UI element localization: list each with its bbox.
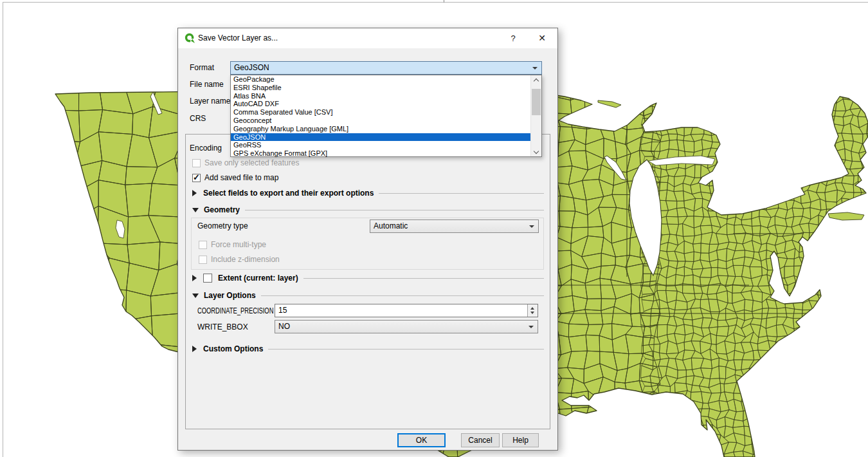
window-left-border — [3, 2, 3, 457]
help-button[interactable]: ? — [503, 28, 523, 48]
select-fields-section-header[interactable]: Select fields to export and their export… — [192, 187, 544, 200]
section-rule — [303, 278, 544, 279]
coordinate-precision-value: 15 — [278, 306, 287, 315]
dialog-titlebar[interactable]: Save Vector Layer as... ? ✕ — [178, 28, 557, 48]
section-rule — [245, 210, 544, 210]
include-z-dimension-label: Include z-dimension — [211, 253, 280, 266]
force-multi-type-checkbox[interactable] — [199, 241, 207, 249]
desktop: Save Vector Layer as... ? ✕ Format GeoJS… — [0, 0, 868, 457]
format-dropdown-popup: GeoPackageESRI ShapefileAtlas BNAAutoCAD… — [230, 75, 542, 157]
format-combobox[interactable]: GeoJSON — [230, 61, 542, 75]
extent-label: Extent (current: layer) — [218, 274, 298, 283]
collapsed-arrow-icon — [192, 190, 197, 196]
coordinate-precision-label: COORDINATE_PRECISION — [197, 304, 273, 317]
spin-down-icon — [530, 312, 534, 314]
geometry-type-label: Geometry type — [197, 219, 248, 232]
add-saved-file-label: Add saved file to map — [204, 171, 278, 184]
write-bbox-label: WRITE_BBOX — [197, 321, 248, 333]
expanded-arrow-icon — [192, 208, 199, 212]
dialog-title: Save Vector Layer as... — [198, 28, 278, 48]
write-bbox-combobox[interactable]: NO — [275, 320, 538, 333]
cancel-button[interactable]: Cancel — [461, 433, 500, 447]
collapsed-arrow-icon — [192, 275, 197, 281]
geometry-section-header[interactable]: Geometry — [192, 203, 544, 216]
coordinate-precision-spinbox[interactable]: 15 — [275, 304, 538, 317]
geometry-type-value: Automatic — [374, 221, 408, 230]
close-button[interactable]: ✕ — [532, 28, 552, 48]
chevron-down-icon — [532, 67, 538, 70]
scroll-up-icon[interactable]: ∧ — [531, 75, 541, 85]
include-z-dimension-checkbox[interactable] — [199, 256, 207, 264]
file-name-label: File name — [190, 78, 224, 91]
add-saved-file-checkbox[interactable]: ✓ — [192, 174, 201, 182]
scrollbar-thumb[interactable] — [532, 89, 541, 115]
format-option[interactable]: Geoconcept — [231, 117, 530, 125]
qgis-logo-icon — [185, 33, 195, 44]
chevron-down-icon — [529, 326, 534, 328]
collapsed-arrow-icon — [192, 346, 197, 352]
extent-section-header[interactable]: Extent (current: layer) — [192, 272, 544, 284]
format-option[interactable]: Geography Markup Language [GML] — [231, 125, 530, 133]
toolbar-separator — [444, 0, 444, 3]
chevron-down-icon — [529, 225, 534, 228]
format-option[interactable]: GeoJSON — [231, 133, 530, 142]
section-rule — [379, 193, 544, 194]
encoding-label: Encoding — [190, 142, 222, 154]
spinner-buttons[interactable] — [527, 304, 538, 317]
format-option[interactable]: GeoPackage — [231, 75, 530, 84]
format-option[interactable]: ESRI Shapefile — [231, 84, 530, 92]
save-only-selected-label: Save only selected features — [204, 156, 299, 169]
format-option[interactable]: Comma Separated Value [CSV] — [231, 108, 530, 117]
expanded-arrow-icon — [192, 294, 199, 298]
section-rule — [268, 349, 544, 350]
force-multi-type-label: Force multi-type — [211, 238, 266, 251]
geometry-type-combobox[interactable]: Automatic — [370, 219, 539, 233]
spin-up-icon — [530, 307, 534, 310]
section-rule — [261, 295, 544, 296]
help-button-bottom[interactable]: Help — [502, 433, 539, 447]
layer-options-label: Layer Options — [204, 291, 256, 300]
write-bbox-value: NO — [278, 322, 290, 331]
format-label: Format — [190, 61, 214, 74]
extent-checkbox[interactable] — [203, 274, 212, 283]
format-option[interactable]: Atlas BNA — [231, 92, 530, 100]
checkmark-icon: ✓ — [193, 173, 200, 182]
save-only-selected-checkbox[interactable] — [192, 159, 201, 167]
custom-options-label: Custom Options — [203, 344, 263, 353]
format-option[interactable]: AutoCAD DXF — [231, 100, 530, 108]
format-option[interactable]: GPS eXchange Format [GPX] — [231, 149, 530, 158]
format-value: GeoJSON — [234, 63, 269, 72]
geometry-label: Geometry — [204, 205, 240, 214]
save-vector-layer-dialog: Save Vector Layer as... ? ✕ Format GeoJS… — [177, 28, 558, 451]
select-fields-label: Select fields to export and their export… — [203, 189, 374, 198]
scroll-down-icon[interactable]: ∨ — [531, 147, 541, 156]
window-top-border — [3, 2, 868, 3]
layer-name-label: Layer name — [190, 95, 230, 107]
layer-options-section-header[interactable]: Layer Options — [192, 289, 544, 302]
format-dropdown-list[interactable]: GeoPackageESRI ShapefileAtlas BNAAutoCAD… — [231, 75, 530, 156]
popup-scrollbar[interactable]: ∧ ∨ — [530, 75, 541, 156]
ok-button[interactable]: OK — [397, 433, 446, 447]
crs-label: CRS — [190, 112, 206, 125]
format-option[interactable]: GeoRSS — [231, 141, 530, 149]
custom-options-section-header[interactable]: Custom Options — [192, 342, 544, 355]
